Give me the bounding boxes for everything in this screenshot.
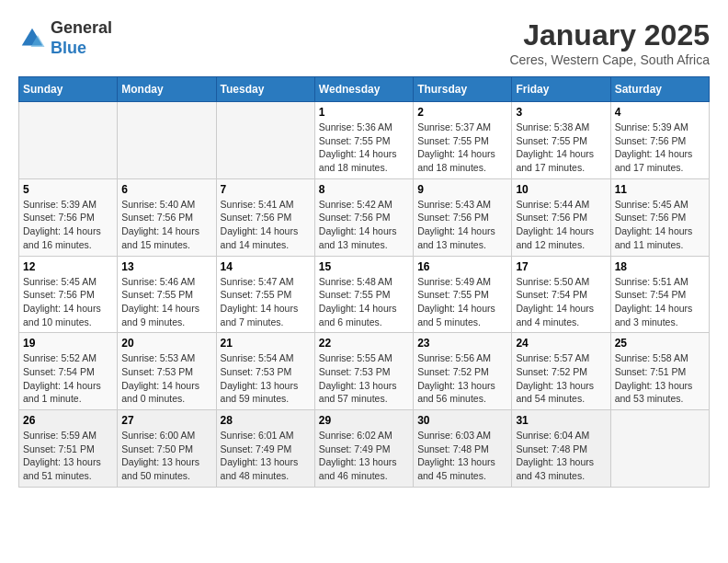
day-info: Sunrise: 5:57 AM Sunset: 7:52 PM Dayligh…	[516, 351, 606, 406]
calendar-cell: 8Sunrise: 5:42 AM Sunset: 7:56 PM Daylig…	[314, 178, 413, 256]
day-info: Sunrise: 6:01 AM Sunset: 7:49 PM Dayligh…	[221, 429, 311, 483]
weekday-header-thursday: Thursday	[414, 77, 512, 102]
day-number: 16	[417, 260, 507, 273]
day-number: 8	[319, 183, 409, 196]
day-number: 25	[615, 337, 705, 350]
day-info: Sunrise: 6:02 AM Sunset: 7:49 PM Dayligh…	[319, 429, 409, 483]
day-number: 14	[221, 260, 311, 273]
day-number: 21	[221, 337, 311, 350]
day-number: 6	[121, 183, 211, 196]
day-info: Sunrise: 6:03 AM Sunset: 7:48 PM Dayligh…	[417, 429, 507, 483]
day-info: Sunrise: 5:51 AM Sunset: 7:54 PM Dayligh…	[615, 275, 705, 329]
day-number: 17	[516, 260, 606, 273]
day-info: Sunrise: 5:44 AM Sunset: 7:56 PM Dayligh…	[516, 198, 606, 252]
day-info: Sunrise: 5:39 AM Sunset: 7:56 PM Dayligh…	[615, 121, 705, 175]
day-info: Sunrise: 5:50 AM Sunset: 7:54 PM Dayligh…	[516, 275, 606, 329]
day-number: 28	[221, 414, 311, 427]
day-number: 7	[221, 183, 311, 196]
day-number: 20	[121, 337, 211, 350]
day-info: Sunrise: 6:04 AM Sunset: 7:48 PM Dayligh…	[516, 429, 606, 483]
title-block: January 2025 Ceres, Western Cape, South …	[509, 18, 710, 67]
day-number: 19	[23, 337, 113, 350]
calendar-cell: 1Sunrise: 5:36 AM Sunset: 7:55 PM Daylig…	[314, 102, 413, 179]
calendar-cell: 5Sunrise: 5:39 AM Sunset: 7:56 PM Daylig…	[19, 178, 118, 256]
calendar-cell: 29Sunrise: 6:02 AM Sunset: 7:49 PM Dayli…	[314, 410, 413, 488]
calendar-cell: 19Sunrise: 5:52 AM Sunset: 7:54 PM Dayli…	[19, 333, 118, 410]
calendar-cell: 25Sunrise: 5:58 AM Sunset: 7:51 PM Dayli…	[610, 333, 709, 410]
week-row-3: 12Sunrise: 5:45 AM Sunset: 7:56 PM Dayli…	[19, 256, 710, 333]
calendar-cell: 18Sunrise: 5:51 AM Sunset: 7:54 PM Dayli…	[610, 256, 709, 333]
day-number: 11	[615, 183, 705, 196]
weekday-header-friday: Friday	[512, 77, 610, 102]
calendar-cell: 31Sunrise: 6:04 AM Sunset: 7:48 PM Dayli…	[512, 410, 610, 488]
day-info: Sunrise: 5:58 AM Sunset: 7:51 PM Dayligh…	[615, 351, 705, 406]
day-info: Sunrise: 5:43 AM Sunset: 7:56 PM Dayligh…	[417, 198, 507, 252]
week-row-2: 5Sunrise: 5:39 AM Sunset: 7:56 PM Daylig…	[19, 178, 710, 256]
day-info: Sunrise: 5:45 AM Sunset: 7:56 PM Dayligh…	[23, 275, 113, 329]
day-number: 30	[417, 414, 507, 427]
weekday-header-tuesday: Tuesday	[216, 77, 314, 102]
day-number: 23	[417, 337, 507, 350]
day-info: Sunrise: 5:59 AM Sunset: 7:51 PM Dayligh…	[23, 429, 113, 483]
logo-blue-text: Blue	[51, 39, 112, 59]
weekday-header-sunday: Sunday	[19, 77, 118, 102]
weekday-header-monday: Monday	[118, 77, 216, 102]
page-header: General Blue January 2025 Ceres, Western…	[18, 18, 710, 67]
month-title: January 2025	[509, 18, 710, 52]
day-info: Sunrise: 5:49 AM Sunset: 7:55 PM Dayligh…	[417, 275, 507, 329]
day-number: 5	[23, 183, 113, 196]
week-row-1: 1Sunrise: 5:36 AM Sunset: 7:55 PM Daylig…	[19, 102, 710, 179]
calendar-cell: 16Sunrise: 5:49 AM Sunset: 7:55 PM Dayli…	[414, 256, 512, 333]
day-info: Sunrise: 5:47 AM Sunset: 7:55 PM Dayligh…	[221, 275, 311, 329]
day-info: Sunrise: 5:55 AM Sunset: 7:53 PM Dayligh…	[319, 351, 409, 406]
day-info: Sunrise: 5:39 AM Sunset: 7:56 PM Dayligh…	[23, 198, 113, 252]
calendar-cell: 11Sunrise: 5:45 AM Sunset: 7:56 PM Dayli…	[610, 178, 709, 256]
day-info: Sunrise: 5:41 AM Sunset: 7:56 PM Dayligh…	[221, 198, 311, 252]
calendar-cell	[610, 410, 709, 488]
day-number: 1	[319, 106, 409, 119]
day-info: Sunrise: 5:54 AM Sunset: 7:53 PM Dayligh…	[221, 351, 311, 406]
logo-general-text: General	[51, 18, 112, 39]
calendar-cell: 9Sunrise: 5:43 AM Sunset: 7:56 PM Daylig…	[414, 178, 512, 256]
calendar-cell: 12Sunrise: 5:45 AM Sunset: 7:56 PM Dayli…	[19, 256, 118, 333]
day-number: 22	[319, 337, 409, 350]
calendar-cell: 26Sunrise: 5:59 AM Sunset: 7:51 PM Dayli…	[19, 410, 118, 488]
calendar-table: SundayMondayTuesdayWednesdayThursdayFrid…	[18, 76, 710, 488]
calendar-cell: 30Sunrise: 6:03 AM Sunset: 7:48 PM Dayli…	[414, 410, 512, 488]
calendar-cell: 27Sunrise: 6:00 AM Sunset: 7:50 PM Dayli…	[118, 410, 216, 488]
calendar-cell: 22Sunrise: 5:55 AM Sunset: 7:53 PM Dayli…	[314, 333, 413, 410]
calendar-cell: 2Sunrise: 5:37 AM Sunset: 7:55 PM Daylig…	[414, 102, 512, 179]
logo-icon	[18, 25, 46, 52]
weekday-header-row: SundayMondayTuesdayWednesdayThursdayFrid…	[19, 77, 710, 102]
day-info: Sunrise: 5:37 AM Sunset: 7:55 PM Dayligh…	[417, 121, 507, 175]
day-number: 3	[516, 106, 606, 119]
calendar-cell: 15Sunrise: 5:48 AM Sunset: 7:55 PM Dayli…	[314, 256, 413, 333]
calendar-cell: 20Sunrise: 5:53 AM Sunset: 7:53 PM Dayli…	[118, 333, 216, 410]
calendar-cell: 7Sunrise: 5:41 AM Sunset: 7:56 PM Daylig…	[216, 178, 314, 256]
calendar-cell: 17Sunrise: 5:50 AM Sunset: 7:54 PM Dayli…	[512, 256, 610, 333]
calendar-cell: 13Sunrise: 5:46 AM Sunset: 7:55 PM Dayli…	[118, 256, 216, 333]
day-number: 27	[121, 414, 211, 427]
calendar-cell: 23Sunrise: 5:56 AM Sunset: 7:52 PM Dayli…	[414, 333, 512, 410]
calendar-cell: 10Sunrise: 5:44 AM Sunset: 7:56 PM Dayli…	[512, 178, 610, 256]
day-info: Sunrise: 5:42 AM Sunset: 7:56 PM Dayligh…	[319, 198, 409, 252]
calendar-cell: 14Sunrise: 5:47 AM Sunset: 7:55 PM Dayli…	[216, 256, 314, 333]
calendar-cell: 24Sunrise: 5:57 AM Sunset: 7:52 PM Dayli…	[512, 333, 610, 410]
day-number: 2	[417, 106, 507, 119]
day-number: 15	[319, 260, 409, 273]
day-info: Sunrise: 5:36 AM Sunset: 7:55 PM Dayligh…	[319, 121, 409, 175]
day-info: Sunrise: 5:48 AM Sunset: 7:55 PM Dayligh…	[319, 275, 409, 329]
day-info: Sunrise: 5:45 AM Sunset: 7:56 PM Dayligh…	[615, 198, 705, 252]
day-number: 26	[23, 414, 113, 427]
calendar-cell	[216, 102, 314, 179]
calendar-cell	[118, 102, 216, 179]
week-row-4: 19Sunrise: 5:52 AM Sunset: 7:54 PM Dayli…	[19, 333, 710, 410]
calendar-cell: 28Sunrise: 6:01 AM Sunset: 7:49 PM Dayli…	[216, 410, 314, 488]
day-number: 12	[23, 260, 113, 273]
day-info: Sunrise: 5:46 AM Sunset: 7:55 PM Dayligh…	[121, 275, 211, 329]
day-number: 13	[121, 260, 211, 273]
day-number: 31	[516, 414, 606, 427]
day-info: Sunrise: 5:40 AM Sunset: 7:56 PM Dayligh…	[121, 198, 211, 252]
logo: General Blue	[18, 18, 112, 58]
location-subtitle: Ceres, Western Cape, South Africa	[509, 52, 710, 67]
